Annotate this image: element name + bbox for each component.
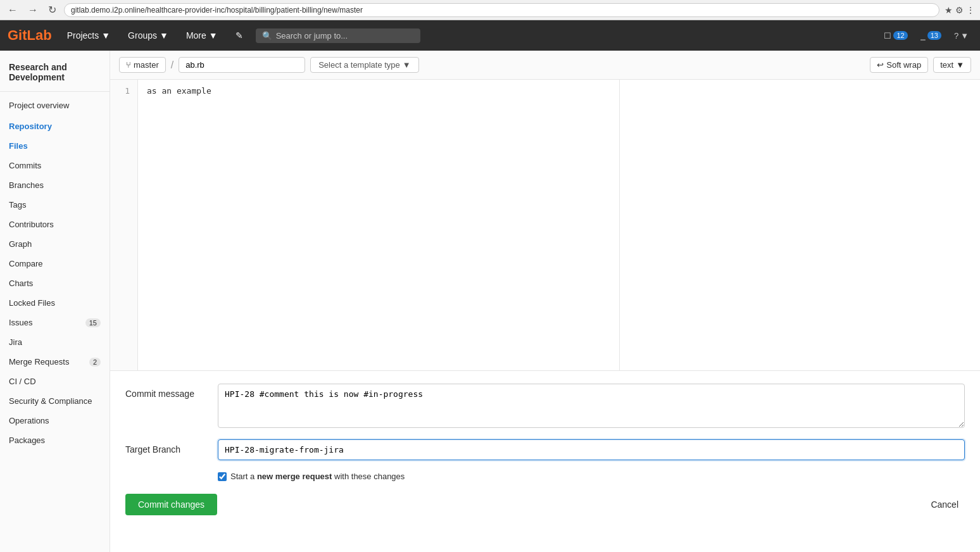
- soft-wrap-button[interactable]: ↩ Soft wrap: [870, 57, 928, 73]
- nav-projects[interactable]: Projects ▼: [62, 28, 115, 43]
- url-bar[interactable]: [64, 3, 939, 17]
- todo-button[interactable]: ☐ 12: [880, 28, 911, 43]
- commit-message-label: Commit message: [125, 384, 208, 399]
- editor-area: 1: [110, 80, 980, 371]
- edit-icon-btn[interactable]: ✎: [230, 28, 248, 43]
- refresh-button[interactable]: ↻: [46, 3, 59, 17]
- file-header: ⑂ master / Select a template type ▼ ↩ So…: [110, 51, 980, 80]
- commit-button[interactable]: Commit changes: [125, 494, 217, 515]
- commit-message-row: Commit message: [125, 384, 965, 428]
- sidebar-item-merge-requests[interactable]: Merge Requests 2: [0, 352, 110, 372]
- path-separator: /: [171, 60, 173, 71]
- project-name: Research and Development: [0, 56, 110, 92]
- browser-bar: ← → ↻ ★ ⚙ ⋮: [0, 0, 980, 20]
- header-right: ☐ 12 ⎯ 13 ? ▼: [880, 28, 972, 43]
- search-icon: 🔍: [262, 31, 272, 41]
- target-branch-row: Target Branch: [125, 439, 965, 460]
- template-type-selector[interactable]: Select a template type ▼: [310, 57, 419, 73]
- branch-selector[interactable]: ⑂ master: [119, 57, 166, 73]
- main-content: ⑂ master / Select a template type ▼ ↩ So…: [110, 51, 980, 552]
- target-branch-input[interactable]: [218, 439, 965, 460]
- commit-message-input[interactable]: [218, 384, 965, 428]
- branch-name: master: [134, 60, 159, 70]
- back-button[interactable]: ←: [5, 3, 20, 17]
- commit-form: Commit message Target Branch Start a new…: [110, 371, 980, 530]
- merge-button[interactable]: ⎯ 13: [917, 28, 945, 43]
- text-mode-button[interactable]: text ▼: [933, 57, 971, 73]
- sidebar-item-files[interactable]: Files: [0, 136, 110, 156]
- sidebar-item-project-overview[interactable]: Project overview: [0, 96, 110, 115]
- sidebar-item-jira[interactable]: Jira: [0, 332, 110, 352]
- filename-input[interactable]: [179, 57, 305, 73]
- sidebar-item-tags[interactable]: Tags: [0, 195, 110, 215]
- code-editor[interactable]: [138, 80, 619, 370]
- todo-count: 12: [893, 31, 907, 40]
- sidebar-item-locked-files[interactable]: Locked Files: [0, 293, 110, 313]
- sidebar-item-repository[interactable]: Repository: [0, 115, 110, 136]
- sidebar-item-ci-cd[interactable]: CI / CD: [0, 372, 110, 391]
- merge-requests-badge: 2: [89, 358, 101, 367]
- sidebar-item-commits[interactable]: Commits: [0, 156, 110, 175]
- sidebar-item-contributors[interactable]: Contributors: [0, 215, 110, 234]
- browser-icons: ★ ⚙ ⋮: [945, 5, 975, 15]
- sidebar-item-packages[interactable]: Packages: [0, 430, 110, 450]
- forward-button[interactable]: →: [25, 3, 41, 17]
- merge-request-checkbox-row: Start a new merge request with these cha…: [218, 472, 965, 481]
- sidebar-item-compare[interactable]: Compare: [0, 254, 110, 273]
- sidebar-item-issues[interactable]: Issues 15: [0, 313, 110, 332]
- cancel-button[interactable]: Cancel: [924, 494, 965, 515]
- nav-groups[interactable]: Groups ▼: [123, 28, 173, 43]
- sidebar-item-branches[interactable]: Branches: [0, 175, 110, 195]
- sidebar-item-charts[interactable]: Charts: [0, 273, 110, 293]
- chevron-down-icon: ▼: [956, 60, 964, 70]
- layout: Research and Development Project overvie…: [0, 51, 980, 552]
- line-numbers: 1: [110, 80, 138, 370]
- form-actions: Commit changes Cancel: [125, 494, 965, 515]
- nav-more[interactable]: More ▼: [181, 28, 223, 43]
- merge-count: 13: [927, 31, 941, 40]
- merge-request-checkbox[interactable]: [218, 472, 227, 481]
- wrap-icon: ↩: [877, 60, 884, 70]
- merge-request-label: Start a new merge request with these cha…: [230, 472, 405, 481]
- gitlab-logo[interactable]: GitLab: [8, 27, 52, 44]
- editor-right-gutter: [619, 80, 980, 370]
- target-branch-label: Target Branch: [125, 439, 208, 455]
- issues-badge: 15: [85, 318, 101, 327]
- search-bar[interactable]: 🔍 Search or jump to...: [256, 28, 420, 43]
- gitlab-header: GitLab Projects ▼ Groups ▼ More ▼ ✎ 🔍 Se…: [0, 20, 980, 51]
- help-button[interactable]: ? ▼: [950, 28, 972, 43]
- sidebar: Research and Development Project overvie…: [0, 51, 110, 552]
- chevron-down-icon: ▼: [403, 60, 411, 70]
- sidebar-item-graph[interactable]: Graph: [0, 234, 110, 254]
- header-right-tools: ↩ Soft wrap text ▼: [870, 57, 971, 73]
- branch-icon: ⑂: [126, 60, 131, 70]
- sidebar-item-security[interactable]: Security & Compliance: [0, 391, 110, 411]
- sidebar-item-operations[interactable]: Operations: [0, 411, 110, 430]
